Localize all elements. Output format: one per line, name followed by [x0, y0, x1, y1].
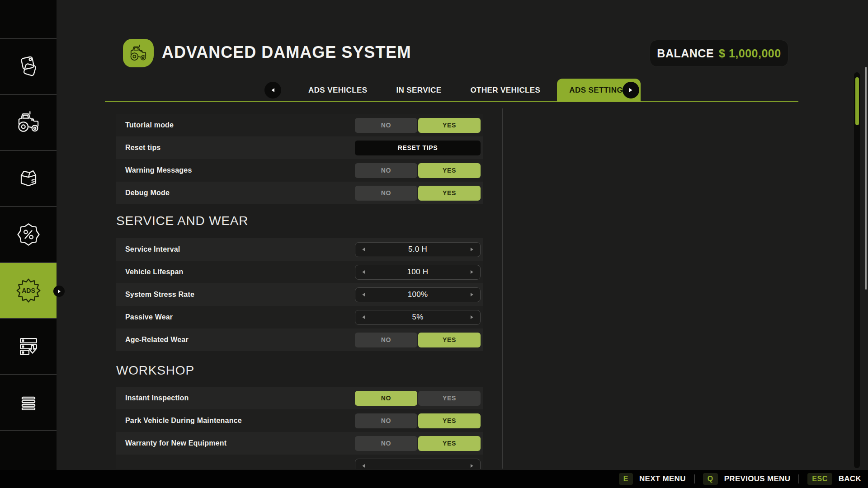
percent-seal-icon	[15, 221, 42, 248]
tabs-scroll-right-button[interactable]	[623, 82, 639, 99]
hotkey-next-menu[interactable]: ENEXT MENU	[619, 473, 686, 485]
setting-control: NOYES	[355, 118, 481, 133]
server-download-icon	[15, 333, 42, 360]
setting-row-park-vehicle-during-maintenance: Park Vehicle During MaintenanceNOYES	[116, 409, 483, 432]
footer-separator	[694, 474, 695, 483]
sidebar-active-pointer-icon	[53, 286, 65, 297]
stepper-decrease-button[interactable]	[355, 310, 372, 324]
scrollbar-track[interactable]	[854, 72, 860, 468]
tab-in-service[interactable]: IN SERVICE	[384, 79, 453, 102]
setting-label: Service Interval	[125, 245, 355, 253]
setting-label: Debug Mode	[125, 189, 355, 197]
price-tags-icon	[15, 53, 42, 80]
hotkey-previous-menu[interactable]: QPREVIOUS MENU	[703, 473, 791, 485]
toggle-no-button[interactable]: NO	[355, 163, 417, 178]
open-box-icon	[15, 165, 42, 192]
sidebar-item-maintenance-queue[interactable]	[0, 319, 57, 375]
setting-label: Instant Inspection	[125, 394, 355, 402]
setting-control: NOYES	[355, 163, 481, 178]
toggle-yes-button[interactable]: YES	[418, 118, 481, 133]
chevron-left-icon	[362, 270, 365, 274]
tab-ads-vehicles[interactable]: ADS VEHICLES	[296, 79, 379, 102]
stepper-decrease-button[interactable]	[355, 288, 372, 302]
tractor-icon	[15, 109, 42, 136]
hotkey-label: PREVIOUS MENU	[724, 474, 791, 483]
reset-tips-button[interactable]: RESET TIPS	[355, 141, 481, 155]
chevron-right-icon	[470, 270, 474, 274]
sidebar-item-discounts[interactable]	[0, 207, 57, 263]
chevron-left-icon	[362, 292, 365, 297]
stepper-increase-button[interactable]	[464, 265, 480, 279]
setting-label: System Stress Rate	[125, 291, 355, 299]
setting-control: NOYES	[355, 413, 481, 428]
sidebar-item-ads[interactable]: ADS	[0, 263, 57, 319]
setting-row-instant-inspection: Instant InspectionNOYES	[116, 387, 483, 409]
hotkey-label: NEXT MENU	[639, 474, 686, 483]
toggle-yes-button[interactable]: YES	[418, 391, 481, 406]
chevron-right-icon	[470, 247, 474, 252]
setting-row-passive-wear: Passive Wear5%	[116, 306, 483, 328]
sidebar-item-menu-list[interactable]	[0, 375, 57, 431]
setting-row-vehicle-lifespan: Vehicle Lifespan100 H	[116, 261, 483, 283]
toggle-no-button[interactable]: NO	[355, 186, 417, 201]
settings-panel: Tutorial modeNOYESReset tipsRESET TIPSWa…	[116, 107, 483, 469]
chevron-left-icon	[362, 464, 365, 468]
balance-amount: $ 1,000,000	[719, 47, 781, 60]
setting-control: NOYES	[355, 186, 481, 201]
list-lines-icon	[15, 389, 42, 416]
stepper-value: 100 H	[372, 267, 464, 277]
key-badge-esc: ESC	[807, 473, 832, 485]
toggle-tutorial-mode: NOYES	[355, 118, 481, 133]
sidebar-item-vehicles[interactable]	[0, 95, 57, 151]
chevron-right-icon	[470, 315, 474, 319]
sidebar-spacer	[0, 0, 57, 39]
scrollbar-thumb[interactable]	[855, 77, 859, 125]
key-badge-e: E	[619, 473, 633, 485]
setting-row-tutorial-mode: Tutorial modeNOYES	[116, 114, 483, 136]
stepper-increase-button[interactable]	[464, 459, 480, 469]
setting-label: Warranty for New Equipment	[125, 439, 355, 447]
stepper-value: 100%	[372, 290, 464, 299]
footer-hotkeys-bar: ENEXT MENUQPREVIOUS MENUESCBACK	[0, 470, 868, 488]
toggle-no-button[interactable]: NO	[355, 118, 417, 133]
toggle-no-button[interactable]: NO	[355, 436, 417, 451]
toggle-yes-button[interactable]: YES	[418, 163, 481, 178]
hotkey-back[interactable]: ESCBACK	[807, 473, 861, 485]
stepper-increase-button[interactable]	[464, 243, 480, 257]
key-badge-q: Q	[703, 473, 718, 485]
sidebar-item-pallets[interactable]	[0, 151, 57, 207]
setting-row-system-stress-rate: System Stress Rate100%	[116, 283, 483, 306]
setting-control: 5.0 H	[355, 242, 481, 257]
setting-row-age-related-wear: Age-Related WearNOYES	[116, 328, 483, 351]
stepper-value: 5.0 H	[372, 245, 464, 254]
balance-label: BALANCE	[657, 47, 714, 60]
setting-row-debug-mode: Debug ModeNOYES	[116, 182, 483, 204]
toggle-no-button[interactable]: NO	[355, 413, 417, 428]
ads-gear-icon: ADS	[15, 277, 42, 304]
tab-other-vehicles[interactable]: OTHER VEHICLES	[458, 79, 553, 102]
chevron-right-icon	[629, 88, 633, 93]
setting-control	[355, 459, 481, 469]
tabs-scroll-left-button[interactable]	[264, 82, 281, 99]
stepper-decrease-button[interactable]	[355, 243, 372, 257]
stepper-increase-button[interactable]	[464, 310, 480, 324]
toggle-yes-button[interactable]: YES	[418, 436, 481, 451]
setting-control: 5%	[355, 310, 481, 325]
sidebar-item-sales[interactable]	[0, 39, 57, 95]
setting-label: Vehicle Lifespan	[125, 268, 355, 276]
toggle-no-button[interactable]: NO	[355, 333, 417, 347]
toggle-warranty-for-new-equipment: NOYES	[355, 436, 481, 451]
chevron-right-icon	[470, 292, 474, 297]
stepper-decrease-button[interactable]	[355, 459, 372, 469]
stepper-increase-button[interactable]	[464, 288, 480, 302]
stepper-decrease-button[interactable]	[355, 265, 372, 279]
app-logo-tractor-icon	[123, 39, 154, 67]
section-title-service-and-wear: SERVICE AND WEAR	[116, 214, 483, 228]
toggle-no-button[interactable]: NO	[355, 391, 417, 406]
toggle-yes-button[interactable]: YES	[418, 413, 481, 428]
toggle-yes-button[interactable]: YES	[418, 333, 481, 347]
setting-row-item	[116, 455, 483, 469]
column-divider	[502, 108, 503, 469]
toggle-yes-button[interactable]: YES	[418, 186, 481, 201]
setting-label: Tutorial mode	[125, 121, 355, 129]
